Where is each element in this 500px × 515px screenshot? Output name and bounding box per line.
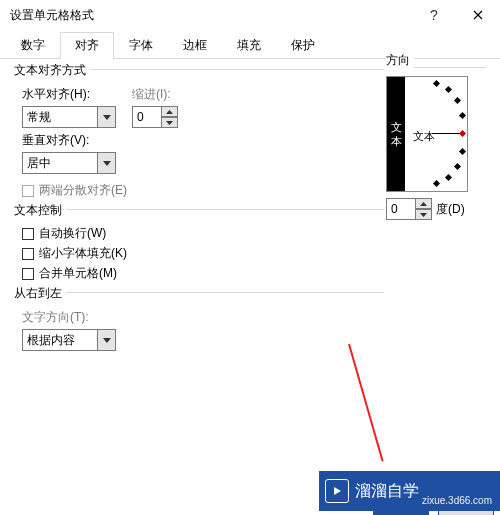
- annotation-arrow: [348, 344, 384, 462]
- group-rule: [414, 67, 486, 68]
- checkbox-icon: [22, 228, 34, 240]
- watermark-brand: 溜溜自学: [355, 481, 419, 502]
- orientation-indicator-dot: [459, 130, 466, 137]
- chevron-down-icon[interactable]: [98, 329, 116, 351]
- group-text-control: 文本控制 自动换行(W) 缩小字体填充(K) 合并单元格(M): [14, 209, 384, 282]
- group-orientation: 方向 文本 文本: [386, 59, 486, 220]
- combo-horizontal[interactable]: [22, 106, 116, 128]
- chevron-down-icon[interactable]: [98, 106, 116, 128]
- dial-dot: [433, 180, 440, 187]
- check-wrap-label: 自动换行(W): [39, 225, 106, 242]
- close-button[interactable]: [456, 0, 500, 30]
- check-shrink-label: 缩小字体填充(K): [39, 245, 127, 262]
- tab-alignment[interactable]: 对齐: [60, 32, 114, 59]
- orientation-center-label: 文本: [413, 129, 435, 144]
- tab-protect[interactable]: 保护: [276, 32, 330, 59]
- spin-degrees[interactable]: [386, 198, 432, 220]
- group-text-alignment: 文本对齐方式 水平对齐(H): 缩进(I):: [14, 69, 384, 199]
- label-vertical: 垂直对齐(V):: [22, 132, 384, 149]
- title-bar: 设置单元格格式 ?: [0, 0, 500, 30]
- label-indent: 缩进(I):: [132, 86, 178, 103]
- tab-fill[interactable]: 填充: [222, 32, 276, 59]
- checkbox-icon: [22, 268, 34, 280]
- watermark-sub: zixue.3d66.com: [422, 495, 492, 506]
- combo-direction[interactable]: [22, 329, 116, 351]
- group-rule: [64, 292, 384, 293]
- dial-dot: [445, 174, 452, 181]
- check-justify-distributed: 两端分散对齐(E): [22, 182, 384, 199]
- group-rule: [82, 69, 384, 70]
- label-direction: 文字方向(T):: [22, 309, 384, 326]
- label-degrees: 度(D): [436, 201, 465, 218]
- spin-up-icon[interactable]: [162, 106, 178, 117]
- checkbox-icon: [22, 185, 34, 197]
- orientation-box[interactable]: 文本 文本: [386, 76, 468, 192]
- tab-border[interactable]: 边框: [168, 32, 222, 59]
- spin-degrees-input[interactable]: [386, 198, 416, 220]
- dial-dot: [454, 97, 461, 104]
- check-merge[interactable]: 合并单元格(M): [22, 265, 384, 282]
- orientation-indicator-line: [432, 133, 462, 134]
- combo-vertical[interactable]: [22, 152, 116, 174]
- dial-dot: [459, 112, 466, 119]
- combo-horizontal-input[interactable]: [22, 106, 98, 128]
- spin-indent[interactable]: [132, 106, 178, 128]
- check-justify-label: 两端分散对齐(E): [39, 182, 127, 199]
- tab-number[interactable]: 数字: [6, 32, 60, 59]
- label-horizontal: 水平对齐(H):: [22, 86, 116, 103]
- spin-indent-input[interactable]: [132, 106, 162, 128]
- combo-vertical-input[interactable]: [22, 152, 98, 174]
- check-wrap[interactable]: 自动换行(W): [22, 225, 384, 242]
- tab-font[interactable]: 字体: [114, 32, 168, 59]
- dial-dot: [459, 148, 466, 155]
- group-label-rtl: 从右到左: [14, 285, 66, 302]
- group-label-alignment: 文本对齐方式: [14, 62, 90, 79]
- check-shrink[interactable]: 缩小字体填充(K): [22, 245, 384, 262]
- play-icon: [325, 479, 349, 503]
- spin-up-icon[interactable]: [416, 198, 432, 209]
- combo-direction-input[interactable]: [22, 329, 98, 351]
- check-merge-label: 合并单元格(M): [39, 265, 117, 282]
- orientation-dial[interactable]: 文本: [405, 77, 467, 191]
- content-pane: 文本对齐方式 水平对齐(H): 缩进(I):: [0, 59, 500, 351]
- help-button[interactable]: ?: [412, 0, 456, 30]
- spin-down-icon[interactable]: [162, 117, 178, 128]
- dial-dot: [433, 80, 440, 87]
- chevron-down-icon[interactable]: [98, 152, 116, 174]
- checkbox-icon: [22, 248, 34, 260]
- group-label-text-control: 文本控制: [14, 202, 66, 219]
- watermark-logo: 溜溜自学 zixue.3d66.com: [319, 471, 500, 511]
- group-rtl: 从右到左 文字方向(T):: [14, 292, 384, 351]
- window-title: 设置单元格格式: [10, 7, 412, 24]
- close-icon: [473, 10, 483, 20]
- tab-bar: 数字 对齐 字体 边框 填充 保护: [0, 32, 500, 59]
- dial-dot: [445, 86, 452, 93]
- orientation-vertical-text[interactable]: 文本: [387, 77, 405, 191]
- group-label-orientation: 方向: [386, 52, 414, 69]
- spin-down-icon[interactable]: [416, 209, 432, 220]
- dial-dot: [454, 163, 461, 170]
- group-rule: [64, 209, 384, 210]
